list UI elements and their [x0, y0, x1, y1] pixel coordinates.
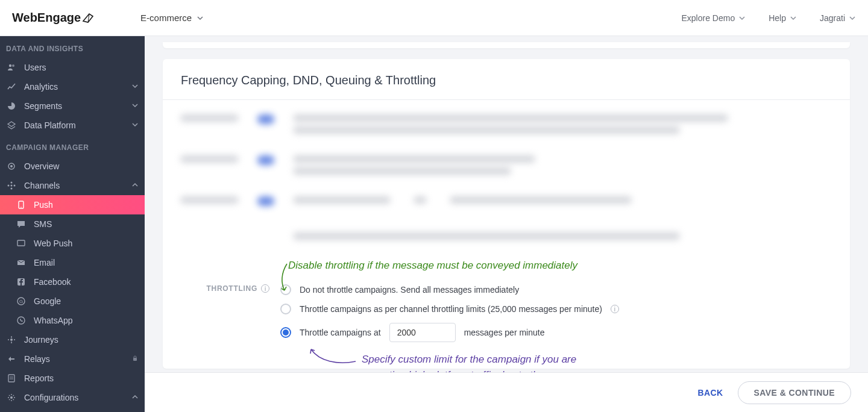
sidebar-item-journeys[interactable]: Journeys [0, 330, 145, 349]
svg-point-8 [11, 188, 13, 190]
project-selector[interactable]: E-commerce [140, 13, 204, 23]
email-icon [16, 257, 27, 268]
svg-rect-18 [133, 358, 137, 361]
sidebar-item-label: Push [34, 200, 53, 210]
card-title: Frequency Capping, DND, Queuing & Thrott… [163, 59, 850, 100]
svg-point-0 [9, 64, 11, 67]
sidebar-item-label: WhatsApp [34, 316, 73, 325]
sidebar-item-label: Users [24, 63, 46, 72]
configurations-icon [6, 392, 17, 403]
explore-demo-menu[interactable]: Explore Demo [681, 13, 746, 23]
content-area: Frequency Capping, DND, Queuing & Thrott… [145, 36, 868, 412]
throttle-option-channel-limit[interactable]: Throttle campaigns as per channel thrott… [280, 304, 832, 314]
svg-point-17 [10, 339, 13, 341]
chevron-down-icon [131, 120, 139, 130]
facebook-icon [16, 276, 27, 287]
sidebar-item-relays[interactable]: Relays [0, 349, 145, 369]
sidebar-item-label: Reports [24, 373, 54, 383]
annotation-disable-throttling: Disable throttling if the message must b… [288, 260, 577, 272]
svg-point-10 [20, 207, 22, 208]
svg-point-20 [10, 396, 13, 399]
explore-demo-label: Explore Demo [681, 13, 735, 23]
footer-bar: BACK SAVE & CONTINUE [145, 372, 868, 412]
radio-button[interactable] [280, 304, 291, 314]
sms-icon [16, 219, 27, 229]
sidebar-item-label: SMS [34, 219, 52, 229]
sidebar-item-label: Email [34, 258, 55, 267]
sidebar-item-label: Channels [24, 181, 60, 190]
sidebar-item-overview[interactable]: Overview [0, 157, 145, 176]
sidebar-item-webpush[interactable]: Web Push [0, 234, 145, 253]
reports-icon [6, 373, 17, 384]
analytics-icon [6, 81, 17, 92]
svg-text:G: G [19, 299, 23, 304]
sidebar-section-campaign: CAMPAIGN MANAGER [0, 135, 145, 157]
sidebar-item-facebook[interactable]: Facebook [0, 272, 145, 292]
info-icon[interactable]: i [261, 284, 269, 293]
logo: WebEngage [12, 11, 95, 25]
journeys-icon [6, 334, 17, 345]
data-platform-icon [6, 120, 17, 131]
sidebar-item-push[interactable]: Push [0, 195, 145, 214]
throttle-option-custom[interactable]: Throttle campaigns at messages per minut… [280, 323, 832, 342]
svg-point-5 [8, 185, 10, 187]
sidebar-item-label: Journeys [24, 335, 58, 345]
chevron-down-icon [197, 14, 204, 22]
radio-button[interactable] [280, 284, 291, 295]
chevron-down-icon [790, 14, 797, 22]
blurred-settings [163, 100, 850, 267]
svg-point-3 [10, 165, 13, 167]
sidebar-item-configurations[interactable]: Configurations [0, 388, 145, 407]
top-header: WebEngage E-commerce Explore Demo Help J… [0, 0, 868, 36]
sidebar-item-analytics[interactable]: Analytics [0, 77, 145, 96]
sidebar-item-label: Google [34, 296, 61, 306]
relays-icon [6, 354, 17, 364]
save-continue-button[interactable]: SAVE & CONTINUE [738, 381, 851, 404]
user-name: Jagrati [820, 13, 845, 23]
sidebar-item-channels[interactable]: Channels [0, 176, 145, 195]
sidebar-item-label: Web Push [34, 239, 72, 248]
channels-icon [6, 180, 17, 191]
throttle-rate-input[interactable] [389, 323, 456, 342]
sidebar-item-data-platform[interactable]: Data Platform [0, 116, 145, 135]
sidebar-section-data: DATA AND INSIGHTS [0, 36, 145, 58]
throttling-label: THROTTLING [206, 284, 257, 293]
webpush-icon [16, 238, 27, 249]
sidebar-item-label: Segments [24, 101, 62, 111]
help-menu[interactable]: Help [769, 13, 797, 23]
svg-rect-19 [8, 375, 14, 382]
previous-card-bottom [163, 42, 850, 48]
overview-icon [6, 161, 17, 172]
header-right: Explore Demo Help Jagrati [681, 13, 856, 23]
back-button[interactable]: BACK [697, 388, 723, 398]
svg-point-6 [14, 185, 16, 187]
sidebar-item-segments[interactable]: Segments [0, 96, 145, 116]
user-menu[interactable]: Jagrati [820, 13, 856, 23]
lock-icon [131, 354, 139, 364]
sidebar-item-whatsapp[interactable]: WhatsApp [0, 311, 145, 330]
frequency-card: Frequency Capping, DND, Queuing & Thrott… [163, 59, 850, 369]
chevron-up-icon [131, 393, 139, 402]
sidebar-item-google[interactable]: G Google [0, 292, 145, 311]
chevron-down-icon [131, 101, 139, 111]
chevron-up-icon [131, 181, 139, 190]
sidebar-item-sms[interactable]: SMS [0, 214, 145, 234]
sidebar-item-email[interactable]: Email [0, 253, 145, 272]
svg-rect-11 [17, 240, 25, 246]
svg-point-1 [12, 64, 14, 67]
chevron-down-icon [131, 82, 139, 92]
sidebar-item-label: Relays [24, 354, 50, 364]
sidebar-item-label: Configurations [24, 393, 78, 402]
logo-text: WebEngage [12, 11, 81, 25]
sidebar-item-reports[interactable]: Reports [0, 369, 145, 388]
project-name: E-commerce [140, 13, 192, 23]
push-icon [16, 199, 27, 210]
radio-button-selected[interactable] [280, 327, 291, 338]
throttle-option-none[interactable]: Do not throttle campaigns. Send all mess… [280, 284, 832, 295]
users-icon [6, 62, 17, 73]
sidebar-item-label: Facebook [34, 277, 71, 287]
info-icon[interactable]: i [611, 305, 619, 313]
whatsapp-icon [16, 315, 27, 326]
sidebar-item-dnd[interactable]: DND [0, 407, 145, 412]
sidebar-item-users[interactable]: Users [0, 58, 145, 77]
